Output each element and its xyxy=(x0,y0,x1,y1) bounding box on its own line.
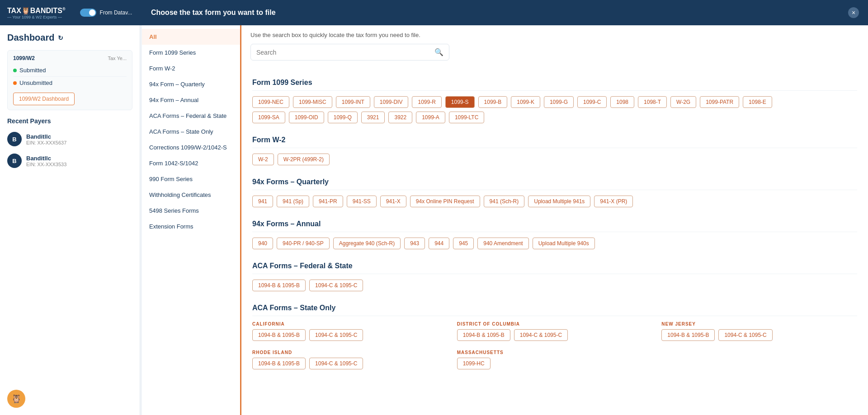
modal-header: Choose the tax form you want to file × xyxy=(142,0,868,25)
modal-close-button[interactable]: × xyxy=(848,7,859,18)
modal-title: Choose the tax form you want to file xyxy=(151,9,276,17)
logo-title: TAX🦉BANDITS® xyxy=(7,6,66,15)
logo-text: TAX🦉BANDITS® — Your 1099 & W2 Experts — xyxy=(7,6,66,19)
toggle-container[interactable]: From Datav... xyxy=(80,9,132,17)
toggle-label: From Datav... xyxy=(100,9,132,16)
logo: TAX🦉BANDITS® — Your 1099 & W2 Experts — xyxy=(7,6,66,19)
choose-form-modal: Choose the tax form you want to file × A… xyxy=(142,0,868,25)
toggle-switch[interactable] xyxy=(80,9,96,17)
logo-subtitle: — Your 1099 & W2 Experts — xyxy=(7,15,66,19)
